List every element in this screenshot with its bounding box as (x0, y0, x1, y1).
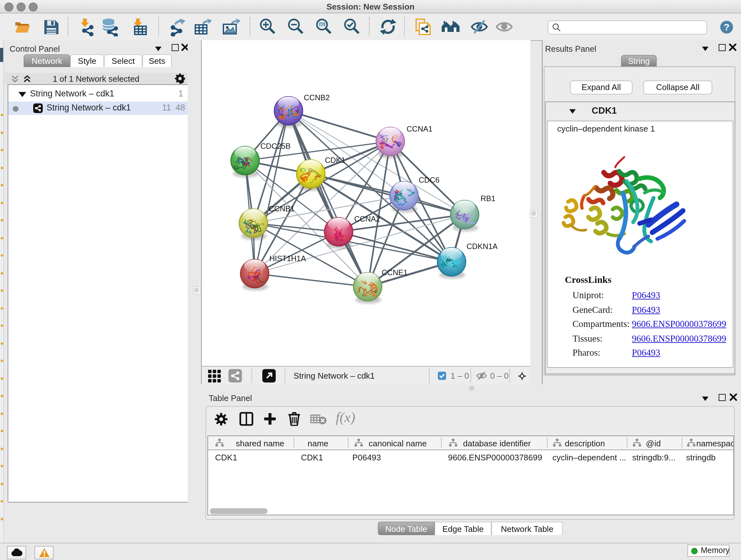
svg-text:CCNA1: CCNA1 (407, 125, 432, 133)
svg-text:CCNB2: CCNB2 (304, 93, 330, 102)
svg-text:CDKN1A: CDKN1A (467, 242, 497, 251)
svg-text:?: ? (724, 22, 730, 32)
svg-text:CDK1: CDK1 (325, 156, 345, 165)
svg-text:CCNE1: CCNE1 (382, 268, 408, 277)
svg-text:CCNB1: CCNB1 (269, 204, 294, 213)
svg-text:RB1: RB1 (481, 194, 495, 203)
svg-text:CCNA2: CCNA2 (354, 214, 380, 223)
svg-text:CDC6: CDC6 (419, 176, 440, 184)
svg-text:CDC25B: CDC25B (260, 142, 291, 150)
svg-text:HIST1H1A: HIST1H1A (269, 254, 306, 263)
